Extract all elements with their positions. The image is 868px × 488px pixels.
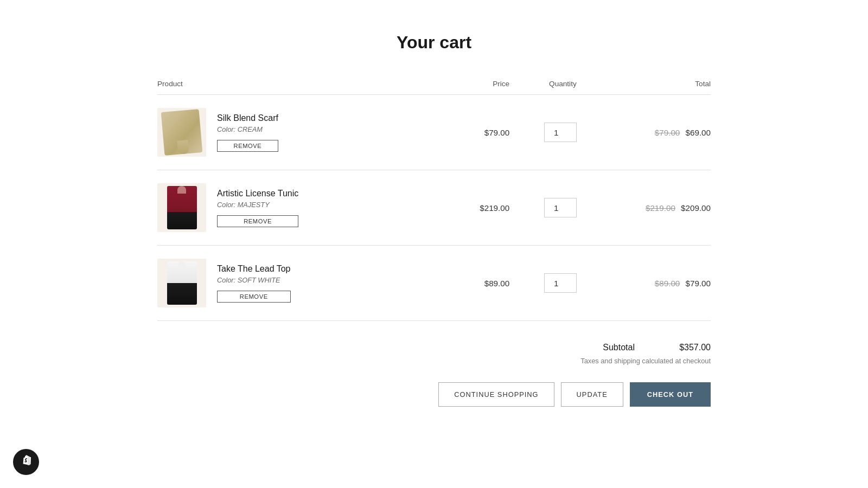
product-image-container	[157, 108, 206, 157]
discounted-price: $69.00	[686, 128, 711, 137]
update-button[interactable]: UPDATE	[561, 382, 623, 407]
product-total: $79.00 $69.00	[577, 95, 711, 170]
original-price: $219.00	[646, 203, 675, 213]
shopify-icon	[18, 454, 34, 470]
quantity-input[interactable]	[544, 198, 577, 217]
subtotal-label: Subtotal	[603, 343, 635, 352]
product-info: Take The Lead Top Color: SOFT WHITE REMO…	[217, 264, 291, 303]
original-price: $89.00	[655, 279, 680, 288]
product-image-container	[157, 259, 206, 307]
table-row: Silk Blend Scarf Color: CREAM REMOVE $79…	[157, 95, 711, 170]
column-header-quantity: Quantity	[509, 80, 577, 95]
product-quantity-cell	[509, 95, 577, 170]
continue-shopping-button[interactable]: CONTINUE SHOPPING	[438, 382, 554, 407]
remove-button[interactable]: REMOVE	[217, 140, 278, 152]
product-price: $219.00	[448, 170, 509, 246]
shopify-badge[interactable]	[13, 449, 39, 475]
product-price: $79.00	[448, 95, 509, 170]
cart-actions: CONTINUE SHOPPING UPDATE CHECK OUT	[438, 382, 711, 407]
column-header-price: Price	[448, 80, 509, 95]
remove-button[interactable]: REMOVE	[217, 291, 291, 303]
product-name: Silk Blend Scarf	[217, 113, 278, 123]
page-title: Your cart	[157, 33, 711, 53]
discounted-price: $209.00	[681, 203, 711, 213]
product-price: $89.00	[448, 246, 509, 321]
remove-button[interactable]: REMOVE	[217, 215, 298, 227]
product-quantity-cell	[509, 170, 577, 246]
product-color: Color: CREAM	[217, 125, 278, 133]
original-price: $79.00	[655, 128, 680, 137]
product-total: $219.00 $209.00	[577, 170, 711, 246]
table-row: Artistic License Tunic Color: MAJESTY RE…	[157, 170, 711, 246]
product-image-container	[157, 183, 206, 232]
product-image-scarf	[161, 109, 203, 156]
column-header-product: Product	[157, 80, 448, 95]
product-cell: Artistic License Tunic Color: MAJESTY RE…	[157, 183, 448, 232]
product-quantity-cell	[509, 246, 577, 321]
product-cell: Silk Blend Scarf Color: CREAM REMOVE	[157, 108, 448, 157]
product-color: Color: MAJESTY	[217, 201, 298, 209]
quantity-input[interactable]	[544, 273, 577, 293]
product-cell: Take The Lead Top Color: SOFT WHITE REMO…	[157, 259, 448, 307]
product-name: Take The Lead Top	[217, 264, 291, 274]
cart-footer: Subtotal $357.00 Taxes and shipping calc…	[157, 343, 711, 407]
product-info: Artistic License Tunic Color: MAJESTY RE…	[217, 189, 298, 227]
product-image-tunic	[167, 186, 197, 229]
product-total: $89.00 $79.00	[577, 246, 711, 321]
checkout-button[interactable]: CHECK OUT	[630, 382, 711, 407]
product-name: Artistic License Tunic	[217, 189, 298, 198]
table-row: Take The Lead Top Color: SOFT WHITE REMO…	[157, 246, 711, 321]
tax-note: Taxes and shipping calculated at checkou…	[580, 357, 711, 365]
cart-table: Product Price Quantity Total Silk Blend …	[157, 80, 711, 321]
quantity-input[interactable]	[544, 123, 577, 142]
product-image-top	[167, 261, 197, 305]
discounted-price: $79.00	[686, 279, 711, 288]
product-color: Color: SOFT WHITE	[217, 276, 291, 284]
column-header-total: Total	[577, 80, 711, 95]
product-info: Silk Blend Scarf Color: CREAM REMOVE	[217, 113, 278, 152]
subtotal-value: $357.00	[667, 343, 711, 352]
subtotal-row: Subtotal $357.00	[603, 343, 711, 352]
